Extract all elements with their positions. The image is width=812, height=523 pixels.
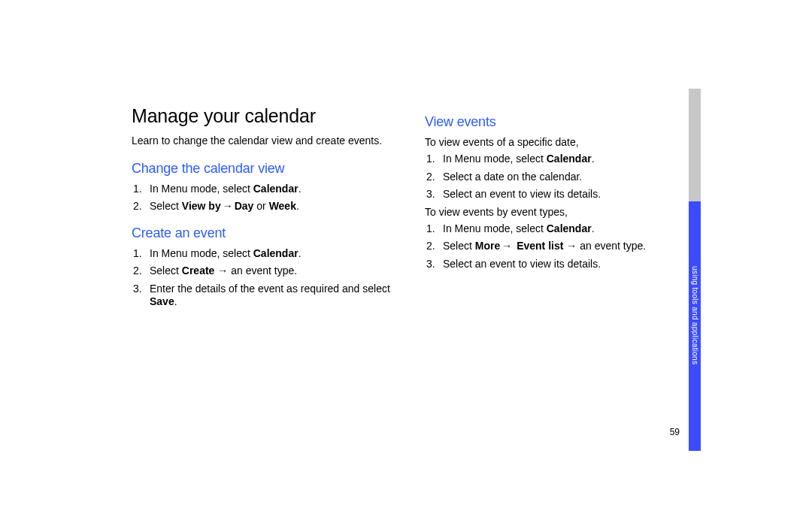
step-text: Select [150,200,182,212]
step-text: . [592,153,595,165]
step-text: Enter the details of the event as requir… [150,283,390,295]
bold-text: View by [182,200,221,212]
step-text: In Menu mode, select [443,153,547,165]
side-label-container: using tools and applications [689,225,701,451]
list-item: Select Create → an event type. [132,265,395,278]
page-content: Manage your calendar Learn to change the… [132,105,688,321]
list-item: In Menu mode, select Calendar. [425,222,688,236]
list-item: Select View by → Day or Week. [132,200,395,213]
lead-text: To view events of a specific date, [425,136,688,148]
step-text: . [296,200,299,212]
intro-text: Learn to change the calendar view and cr… [132,135,395,147]
bold-text: Day [235,200,254,212]
arrow-icon: → [500,240,514,253]
step-text: or [253,200,268,212]
list-item: Select an event to view its details. [425,258,688,271]
bold-text: Week [269,200,296,212]
step-text: Select a date on the calendar. [443,171,582,183]
bold-text: Calendar [547,222,592,234]
list-item: Select More → Event list → an event type… [425,240,688,253]
view-events-by-type-steps: In Menu mode, select Calendar. Select Mo… [425,222,688,271]
list-item: In Menu mode, select Calendar. [425,153,688,166]
create-event-steps: In Menu mode, select Calendar. Select Cr… [132,247,395,309]
step-text: → an event type. [563,240,646,252]
bold-text: Create [182,265,215,277]
step-text: Select [443,240,475,252]
step-text: Select an event to view its details. [443,258,601,270]
page-number: 59 [670,427,680,437]
list-item: Select an event to view its details. [425,188,688,201]
bold-text: Calendar [547,153,592,165]
list-item: Select a date on the calendar. [425,171,688,184]
step-text: → an event type. [214,265,297,277]
step-text: In Menu mode, select [150,183,253,195]
step-text: Select an event to view its details. [443,188,601,200]
list-item: Enter the details of the event as requir… [132,283,395,309]
bold-text: Event list [514,240,563,252]
list-item: In Menu mode, select Calendar. [132,183,395,196]
section-heading-create-event: Create an event [132,225,395,241]
side-tab-inactive [689,89,701,201]
bold-text: Calendar [253,183,298,195]
step-text: . [298,247,301,259]
change-view-steps: In Menu mode, select Calendar. Select Vi… [132,183,395,213]
bold-text: Calendar [253,247,298,259]
step-text: . [174,295,177,307]
left-column: Manage your calendar Learn to change the… [132,105,395,321]
section-heading-view-events: View events [425,114,688,130]
step-text: . [298,183,301,195]
step-text: Select [150,265,182,277]
step-text: . [592,222,595,234]
step-text: In Menu mode, select [443,222,547,234]
step-text: In Menu mode, select [150,247,253,259]
bold-text: Save [150,295,174,307]
lead-text: To view events by event types, [425,206,688,218]
arrow-icon: → [221,200,235,213]
right-column: View events To view events of a specific… [425,105,688,321]
list-item: In Menu mode, select Calendar. [132,247,395,261]
page-title: Manage your calendar [132,105,395,127]
side-label-text: using tools and applications [691,266,699,364]
section-heading-change-view: Change the calendar view [132,161,395,177]
view-events-by-date-steps: In Menu mode, select Calendar. Select a … [425,153,688,201]
bold-text: More [475,240,500,252]
